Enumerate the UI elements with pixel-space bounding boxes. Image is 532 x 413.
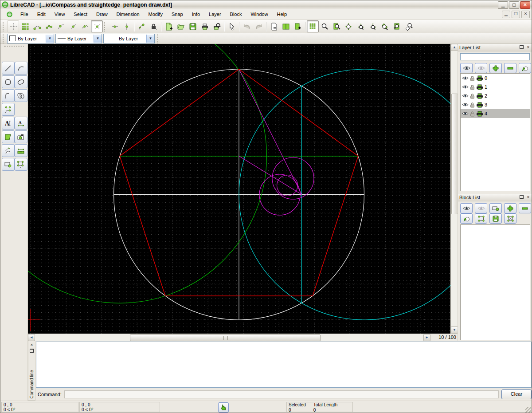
new-window-button[interactable] — [292, 20, 304, 32]
show-all-layers-button[interactable] — [460, 63, 473, 73]
menu-layer[interactable]: Layer — [204, 10, 226, 18]
snap-on-entity-button[interactable] — [43, 20, 55, 32]
points-tool-button[interactable] — [2, 103, 15, 116]
polyline-tool-button[interactable] — [2, 89, 15, 102]
float-panel-icon[interactable] — [518, 194, 525, 201]
add-block-button[interactable] — [504, 203, 516, 213]
layer-row[interactable]: 3 — [461, 100, 530, 109]
width-combobox[interactable]: By Layer ▼ — [103, 34, 155, 43]
redraw-button[interactable] — [403, 20, 415, 32]
edit-block-button[interactable] — [475, 213, 487, 224]
layer-print-icon[interactable] — [476, 111, 483, 117]
free-snap-button[interactable] — [7, 20, 19, 32]
layer-print-icon[interactable] — [476, 75, 483, 81]
float-panel-icon[interactable] — [518, 44, 525, 51]
menu-draw[interactable]: Draw — [92, 10, 112, 18]
show-all-blocks-button[interactable] — [460, 203, 473, 213]
circle-tool-button[interactable] — [2, 75, 15, 88]
scroll-up-button[interactable]: ▲ — [451, 44, 458, 51]
mdi-close-button[interactable]: ✕ — [521, 11, 530, 18]
layer-lock-icon[interactable] — [470, 102, 475, 108]
edit-layer-button[interactable] — [519, 63, 531, 73]
layer-print-icon[interactable] — [476, 84, 483, 90]
layer-lock-icon[interactable] — [470, 84, 475, 90]
text-tool-button[interactable]: A — [2, 117, 15, 130]
menu-info[interactable]: Info — [188, 10, 204, 18]
zoom-pan-button[interactable] — [343, 20, 355, 32]
minimize-button[interactable]: ▁ — [498, 1, 508, 9]
print-preview-button[interactable] — [211, 20, 223, 32]
layer-print-icon[interactable] — [476, 102, 483, 108]
menu-edit[interactable]: Edit — [33, 10, 50, 18]
layer-row[interactable]: 1 — [461, 83, 530, 91]
zoom-out-directional-button[interactable] — [367, 20, 379, 32]
spline-tool-button[interactable] — [15, 89, 27, 102]
layer-lock-icon[interactable] — [470, 111, 475, 117]
drawing-canvas[interactable] — [28, 44, 450, 334]
command-input[interactable] — [64, 390, 499, 398]
explode-tool-button[interactable] — [15, 158, 27, 171]
select-tool-button[interactable] — [2, 144, 15, 157]
hide-all-blocks-button[interactable] — [475, 203, 487, 213]
zoom-in-button[interactable] — [319, 20, 331, 32]
edit-block-attributes-button[interactable] — [460, 213, 473, 224]
horizontal-scrollbar[interactable]: ◄ ► — [28, 334, 430, 341]
dimension-tool-button[interactable]: A — [15, 117, 27, 130]
save-drawing-button[interactable] — [187, 20, 199, 32]
select-pointer-button[interactable] — [226, 20, 238, 32]
scroll-down-button[interactable]: ▼ — [451, 326, 458, 334]
toolbar-grip[interactable] — [157, 34, 160, 43]
clear-button[interactable]: Clear — [501, 389, 532, 399]
save-block-button[interactable] — [489, 213, 502, 224]
hide-all-layers-button[interactable] — [475, 63, 487, 73]
vertical-scroll-thumb[interactable] — [451, 94, 458, 214]
chevron-down-icon[interactable]: ▼ — [46, 35, 54, 43]
layer-row[interactable]: 0 — [461, 74, 530, 83]
menu-window[interactable]: Window — [246, 10, 272, 18]
print-button[interactable] — [199, 20, 211, 32]
block-list[interactable] — [460, 224, 530, 340]
close-panel-icon[interactable]: × — [28, 342, 35, 348]
previous-view-button[interactable] — [391, 20, 403, 32]
linetype-combobox[interactable]: By Layer ▼ — [55, 34, 102, 43]
layer-lock-icon[interactable] — [470, 93, 475, 99]
restrict-vertical-button[interactable] — [121, 20, 133, 32]
menu-select[interactable]: Select — [69, 10, 92, 18]
window-list-button[interactable] — [280, 20, 292, 32]
hatch-tool-button[interactable] — [2, 130, 15, 143]
lock-relative-zero-button[interactable] — [148, 20, 160, 32]
float-panel-icon[interactable] — [28, 348, 35, 354]
close-drawing-button[interactable] — [268, 20, 280, 32]
set-relative-zero-button[interactable] — [136, 20, 148, 32]
line-tool-button[interactable] — [2, 62, 15, 75]
block-tool-button[interactable] — [2, 158, 15, 171]
insert-block-button[interactable] — [504, 213, 516, 224]
close-button[interactable]: ✕ — [520, 1, 530, 9]
snap-intersection-button[interactable] — [91, 20, 103, 32]
command-history[interactable] — [36, 342, 532, 388]
horizontal-scroll-thumb[interactable] — [130, 334, 321, 341]
menu-block[interactable]: Block — [226, 10, 246, 18]
menu-snap[interactable]: Snap — [167, 10, 188, 18]
restrict-horizontal-button[interactable] — [109, 20, 121, 32]
menu-view[interactable]: View — [50, 10, 70, 18]
layer-visible-icon[interactable] — [462, 111, 469, 116]
zoom-in-directional-button[interactable] — [355, 20, 367, 32]
mdi-restore-button[interactable]: ❐ — [512, 11, 520, 18]
snap-distance-button[interactable] — [79, 20, 91, 32]
vertical-scrollbar[interactable]: ▲ ▼ — [450, 44, 458, 334]
remove-layer-button[interactable] — [504, 63, 516, 73]
menu-help[interactable]: Help — [273, 10, 292, 18]
palette-grip[interactable] — [4, 46, 24, 49]
layer-row-selected[interactable]: 4 — [461, 109, 530, 118]
scroll-right-button[interactable]: ► — [423, 334, 430, 341]
maximize-button[interactable]: ▢ — [509, 1, 519, 9]
arc-tool-button[interactable] — [15, 62, 27, 75]
toolbar-grip[interactable] — [3, 22, 6, 31]
snap-center-button[interactable] — [55, 20, 67, 32]
layer-visible-icon[interactable] — [462, 75, 469, 81]
mdi-minimize-button[interactable]: ▁ — [502, 11, 510, 18]
create-block-button[interactable] — [489, 203, 502, 213]
menu-file[interactable]: File — [16, 10, 33, 18]
chevron-down-icon[interactable]: ▼ — [94, 35, 102, 43]
